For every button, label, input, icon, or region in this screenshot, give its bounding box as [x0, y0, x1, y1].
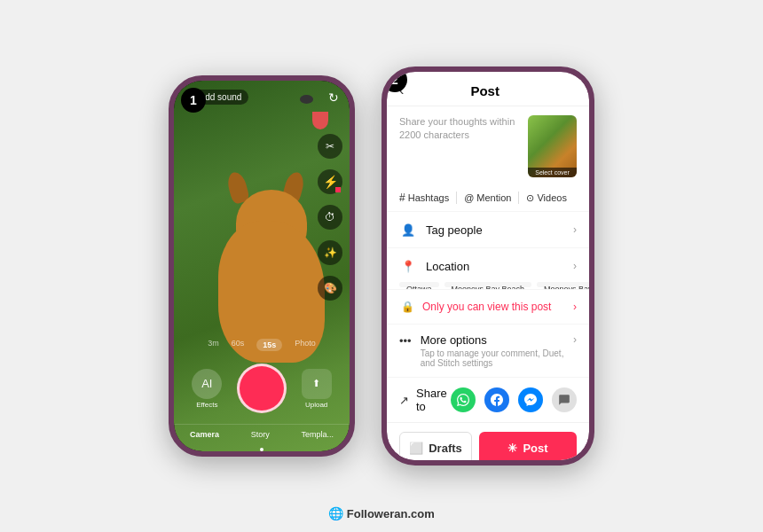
nav-template[interactable]: Templa...: [302, 430, 334, 439]
effects-label: Effects: [196, 401, 217, 409]
privacy-chevron: ›: [573, 301, 577, 313]
share-to-row: ↗ Share to: [387, 378, 589, 422]
step-one-badge: 1: [181, 88, 206, 113]
more-options-title: More options: [421, 333, 573, 347]
effects-icon: AI: [192, 369, 222, 399]
timer-icon[interactable]: ⏱: [318, 205, 342, 230]
messenger-button[interactable]: [518, 387, 543, 412]
duration-3m[interactable]: 3m: [208, 339, 219, 351]
upload-button[interactable]: ⬆ Upload: [302, 369, 332, 409]
video-thumbnail[interactable]: Select cover: [528, 115, 577, 177]
caption-placeholder[interactable]: Share your thoughts within 2200 characte…: [399, 115, 519, 177]
post-label: Post: [523, 442, 547, 455]
tag-people-icon: 👤: [399, 221, 417, 239]
videos-label: Videos: [537, 192, 566, 203]
right-phone: 2 ‹ Post Share your thoughts within 2200…: [382, 66, 594, 466]
tag-people-chevron: ›: [573, 223, 577, 236]
caption-area: Share your thoughts within 2200 characte…: [387, 106, 589, 186]
duration-tabs: 3m 60s 15s Photo: [174, 333, 350, 356]
privacy-row[interactable]: 🔒 Only you can view this post ›: [387, 290, 589, 325]
divider-2: [518, 192, 519, 204]
post-title: Post: [411, 83, 559, 98]
upload-label: Upload: [305, 401, 327, 409]
camera-bottom: 3m 60s 15s Photo AI Effects ⬆ Uplo: [174, 333, 350, 451]
location-chevron: ›: [573, 260, 577, 272]
camera-screen: 1 ♪ Ad: [174, 81, 350, 451]
privacy-text: Only you can view this post: [422, 301, 573, 313]
divider-1: [456, 192, 457, 204]
post-header-wrapper: 2 ‹ Post: [387, 72, 589, 106]
location-label: Location: [426, 260, 573, 273]
camera-right-tools: ✂ ⚡ ⏱ ✨ 🎨: [318, 134, 342, 301]
duration-15s[interactable]: 15s: [256, 339, 282, 351]
facebook-button[interactable]: [484, 387, 509, 412]
mention-label: Mention: [476, 192, 511, 203]
more-dots-icon: •••: [399, 334, 412, 348]
footer-brand: 🌐 Followeran.com: [0, 505, 763, 521]
select-cover-label[interactable]: Select cover: [528, 168, 577, 177]
globe-icon: 🌐: [328, 506, 343, 520]
location-chips: Ottawa Mooneys Bay Beach Mooneys Bay Par…: [387, 278, 589, 290]
camera-background: 1 ♪ Ad: [174, 81, 350, 451]
record-button[interactable]: [237, 364, 287, 413]
lock-icon: 🔒: [399, 299, 415, 315]
videos-button[interactable]: ⊙ Videos: [526, 192, 566, 204]
videos-symbol: ⊙: [526, 192, 534, 204]
more-options-content: More options Tap to manage your comment,…: [421, 333, 573, 368]
hashtag-row: # Hashtags @ Mention ⊙ Videos: [387, 186, 589, 212]
nav-story[interactable]: Story: [251, 430, 270, 439]
hashtags-label: Hashtags: [408, 192, 449, 203]
post-footer: ⬜ Drafts ✳ Post: [387, 422, 589, 460]
camera-controls: AI Effects ⬆ Upload: [174, 356, 350, 424]
location-row[interactable]: 📍 Location ›: [387, 248, 589, 278]
refresh-icon[interactable]: ↻: [328, 90, 339, 105]
share-to-label: Share to: [416, 387, 451, 413]
share-icon: ↗: [399, 394, 409, 407]
more-options-row[interactable]: ••• More options Tap to manage your comm…: [387, 325, 589, 378]
scissors-icon[interactable]: ✂: [318, 134, 342, 159]
filters-icon[interactable]: 🎨: [318, 276, 342, 301]
nav-indicator: [260, 448, 264, 451]
dog-tongue: [312, 112, 328, 129]
hashtag-symbol: #: [399, 192, 405, 204]
chip-ottawa[interactable]: Ottawa: [399, 282, 439, 287]
left-phone: 1 ♪ Ad: [169, 75, 355, 457]
mention-symbol: @: [464, 192, 474, 203]
chip-mooneys-bay-beach[interactable]: Mooneys Bay Beach: [444, 282, 532, 287]
drafts-label: Drafts: [429, 442, 462, 455]
mention-button[interactable]: @ Mention: [464, 192, 511, 204]
tag-people-label: Tag people: [426, 223, 573, 237]
location-icon: 📍: [399, 257, 417, 275]
drafts-button[interactable]: ⬜ Drafts: [399, 432, 472, 460]
camera-bottom-nav: Camera Story Templa...: [174, 424, 350, 446]
post-button[interactable]: ✳ Post: [479, 432, 577, 460]
beauty-icon[interactable]: ✨: [318, 240, 342, 265]
duration-60s[interactable]: 60s: [232, 339, 245, 351]
effects-button[interactable]: AI Effects: [192, 369, 222, 409]
post-screen: 2 ‹ Post Share your thoughts within 2200…: [387, 72, 589, 460]
whatsapp-button[interactable]: [451, 387, 476, 412]
share-icons: [451, 387, 577, 412]
more-options-subtitle: Tap to manage your comment, Duet, and St…: [421, 348, 573, 368]
nav-camera[interactable]: Camera: [190, 430, 219, 439]
chat-button[interactable]: [552, 387, 577, 412]
upload-icon: ⬆: [302, 369, 332, 399]
brand-text: Followeran.com: [347, 507, 435, 520]
drafts-icon: ⬜: [409, 442, 423, 455]
post-spark-icon: ✳: [507, 442, 517, 455]
chip-mooneys-bay-park[interactable]: Mooneys Bay Park: [537, 282, 589, 287]
tag-people-row[interactable]: 👤 Tag people ›: [387, 212, 589, 248]
flash-icon[interactable]: ⚡: [318, 169, 342, 194]
hashtags-button[interactable]: # Hashtags: [399, 192, 449, 204]
post-header: ‹ Post: [387, 72, 589, 106]
more-options-chevron: ›: [573, 333, 577, 346]
duration-photo[interactable]: Photo: [295, 339, 316, 351]
